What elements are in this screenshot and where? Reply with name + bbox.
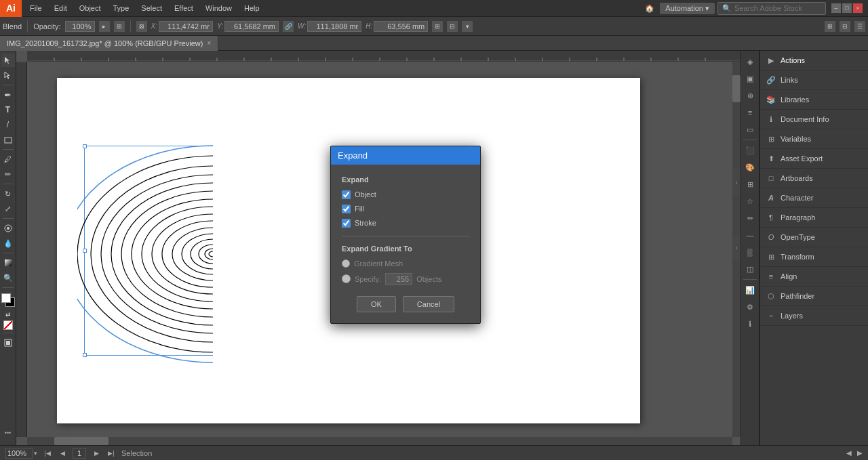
opacity-input[interactable]	[65, 21, 95, 32]
h-input[interactable]	[374, 21, 428, 32]
panel-item-libraries[interactable]: 📚 Libraries	[760, 90, 868, 110]
panel-icon-stroke[interactable]: —	[742, 227, 758, 243]
maximize-button[interactable]: □	[842, 3, 852, 13]
panel-icon-layers-small[interactable]: ▭	[742, 121, 758, 138]
scale-button[interactable]: ⤢	[1, 202, 15, 215]
panel-icon-graph[interactable]: 📊	[742, 282, 758, 298]
search-stock-container[interactable]: 🔍	[717, 2, 826, 15]
menu-help[interactable]: Help	[239, 3, 265, 14]
panel-item-align[interactable]: ≡ Align	[760, 267, 868, 287]
layout-icon[interactable]: ⊟	[840, 21, 850, 32]
prefs-icon[interactable]: ☰	[854, 21, 865, 32]
page-number-input[interactable]	[73, 448, 86, 459]
pencil-button[interactable]: ✏	[1, 167, 15, 181]
chain-icon[interactable]: 🔗	[283, 21, 294, 32]
direct-selection-button[interactable]	[1, 68, 15, 82]
object-checkbox[interactable]	[342, 190, 351, 199]
object-label[interactable]: Object	[355, 190, 376, 198]
last-page-button[interactable]: ▶|	[106, 448, 116, 458]
panel-item-paragraph[interactable]: ¶ Paragraph	[760, 208, 868, 228]
panel-item-document-info[interactable]: ℹ Document Info	[760, 110, 868, 129]
panel-item-layers[interactable]: ▫ Layers	[760, 306, 868, 326]
fill-label[interactable]: Fill	[355, 205, 364, 213]
menu-select[interactable]: Select	[136, 3, 167, 14]
gradient-mesh-radio[interactable]	[342, 259, 350, 268]
panel-icon-info[interactable]: ℹ	[742, 316, 758, 332]
zoom-button[interactable]: 🔍	[1, 271, 15, 285]
nav-arrow-right[interactable]: ▶	[857, 449, 863, 457]
panel-icon-color[interactable]: ⬛	[742, 142, 758, 159]
fill-swatch[interactable]	[1, 293, 11, 303]
more-tools-button[interactable]: •••	[1, 426, 15, 440]
panel-icon-properties[interactable]: ≡	[742, 104, 758, 121]
panel-item-links[interactable]: 🔗 Links	[760, 70, 868, 90]
panel-icon-color-guide[interactable]: 🎨	[742, 159, 758, 175]
arrange-icon[interactable]: ▾	[462, 21, 473, 32]
menu-type[interactable]: Type	[108, 3, 135, 14]
stroke-label[interactable]: Stroke	[355, 219, 376, 227]
fill-checkbox[interactable]	[342, 205, 351, 213]
rectangle-tool-button[interactable]	[1, 133, 15, 146]
eyedropper-button[interactable]: 💧	[1, 236, 15, 250]
panel-item-actions[interactable]: ▶ Actions	[760, 51, 868, 70]
menu-file[interactable]: File	[24, 3, 47, 14]
panel-icon-brushes[interactable]: ✏	[742, 210, 758, 226]
panel-icon[interactable]: ⊞	[825, 21, 835, 32]
type-tool-button[interactable]: T	[1, 103, 15, 117]
none-swatch[interactable]	[3, 320, 13, 330]
panel-icon-transparency[interactable]: ◫	[742, 261, 758, 277]
prev-page-button[interactable]: ◀	[58, 448, 67, 458]
panel-icon-appearance[interactable]: ◈	[742, 54, 758, 70]
panel-item-asset-export[interactable]: ⬆ Asset Export	[760, 149, 868, 169]
cancel-button[interactable]: Cancel	[403, 296, 454, 312]
specify-label[interactable]: Specify:	[355, 275, 381, 283]
panel-icon-gradient[interactable]: ▒	[742, 244, 758, 260]
selection-tool-button[interactable]	[1, 54, 15, 67]
workspace-switcher[interactable]: Automation ▾	[660, 3, 715, 14]
line-tool-button[interactable]: /	[1, 118, 15, 131]
minimize-button[interactable]: –	[831, 3, 841, 13]
first-page-button[interactable]: |◀	[43, 448, 52, 458]
menu-edit[interactable]: Edit	[49, 3, 73, 14]
zoom-input[interactable]	[5, 448, 33, 459]
tab-close-icon[interactable]: ×	[207, 39, 211, 47]
stroke-checkbox[interactable]	[342, 219, 351, 228]
panel-item-transform[interactable]: ⊞ Transform	[760, 247, 868, 267]
opacity-more-icon[interactable]: ▸	[99, 21, 110, 32]
panel-icon-settings[interactable]: ⚙	[742, 299, 758, 315]
document-tab[interactable]: IMG_20201009_161732.jpg* @ 100% (RGB/GPU…	[0, 36, 218, 51]
specify-value-input[interactable]	[385, 273, 412, 285]
specify-radio[interactable]	[342, 274, 351, 283]
align-icon[interactable]: ⊟	[447, 21, 458, 32]
gradient-button[interactable]	[1, 256, 15, 270]
panel-icon-symbols[interactable]: ☆	[742, 193, 758, 209]
gradient-mesh-label[interactable]: Gradient Mesh	[354, 259, 403, 268]
menu-effect[interactable]: Effect	[169, 3, 199, 14]
search-stock-input[interactable]	[734, 4, 823, 12]
screen-mode-button[interactable]	[1, 336, 15, 350]
paintbrush-button[interactable]: 🖊	[1, 152, 15, 166]
panel-icon-swatches[interactable]: ⊞	[742, 176, 758, 192]
blend-button[interactable]	[1, 222, 15, 235]
panel-item-opentype[interactable]: O OpenType	[760, 228, 868, 247]
close-button[interactable]: ×	[853, 3, 863, 13]
menu-object[interactable]: Object	[74, 3, 106, 14]
panel-icon-cc-libraries[interactable]: ⊛	[742, 87, 758, 104]
pen-tool-button[interactable]: ✒	[1, 88, 15, 102]
rotate-button[interactable]: ↻	[1, 187, 15, 201]
zoom-dropdown-icon[interactable]: ▾	[34, 450, 37, 457]
more-icon[interactable]: ⊞	[432, 21, 443, 32]
x-input[interactable]	[159, 21, 213, 32]
nav-arrow-left[interactable]: ◀	[846, 449, 852, 457]
w-input[interactable]	[307, 21, 361, 32]
panel-icon-image-trace[interactable]: ▣	[742, 70, 758, 87]
home-icon[interactable]: 🏠	[642, 1, 657, 16]
panel-item-pathfinder[interactable]: ⬡ Pathfinder	[760, 287, 868, 306]
y-input[interactable]	[224, 21, 279, 32]
panel-item-artboards[interactable]: □ Artboards	[760, 169, 868, 188]
menu-window[interactable]: Window	[200, 3, 237, 14]
next-page-button[interactable]: ▶	[92, 448, 101, 458]
swap-colors-icon[interactable]: ⇄	[5, 311, 11, 318]
ok-button[interactable]: OK	[357, 296, 396, 312]
panel-item-character[interactable]: A Character	[760, 188, 868, 208]
